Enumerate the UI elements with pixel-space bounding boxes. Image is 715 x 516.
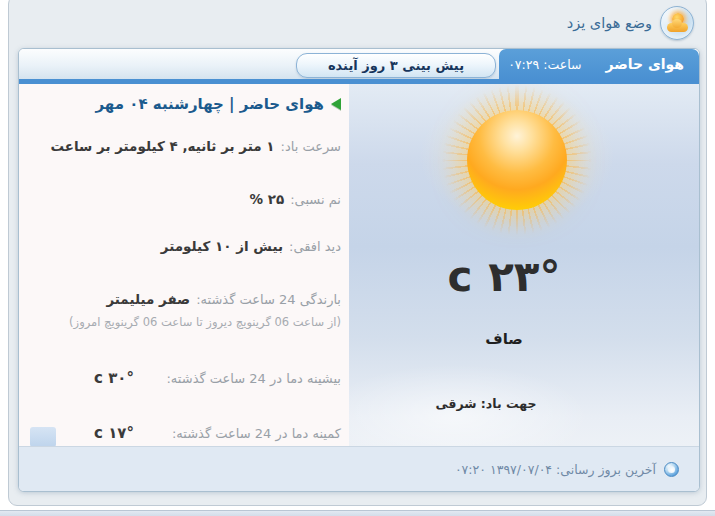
- mini-cloud-icon: [667, 23, 688, 32]
- details-heading: هوای حاضر | چهارشنبه ۰۴ مهر: [96, 95, 324, 113]
- content-area: ۲۳° c صاف جهت باد: شرقی هوای حاضر | چهار…: [19, 84, 699, 446]
- condition-text: صاف: [349, 330, 659, 348]
- detail-label: کمینه دما در 24 ساعت گذشته:: [172, 426, 341, 441]
- page-bottom-strip: [0, 510, 715, 516]
- weather-details-panel: هوای حاضر | چهارشنبه ۰۴ مهر سرعت باد:۱ م…: [19, 84, 349, 446]
- detail-note: (از ساعت 06 گرینویچ دیروز تا ساعت 06 گری…: [19, 315, 341, 331]
- detail-row: کمینه دما در 24 ساعت گذشته:۱۷° c: [19, 424, 341, 444]
- sun-behind-cloud-icon[interactable]: [660, 6, 694, 40]
- last-update-text: آخرین بروز رسانی: ۱۳۹۷/۰۷/۰۴ ۰۷:۲۰: [455, 462, 656, 477]
- panel-footer: آخرین بروز رسانی: ۱۳۹۷/۰۷/۰۴ ۰۷:۲۰: [19, 446, 699, 491]
- page-title: وضع هوای یزد: [567, 15, 652, 31]
- detail-label: بارندگی 24 ساعت گذشته:: [196, 292, 341, 307]
- detail-label: سرعت باد:: [281, 139, 341, 154]
- tab-current-weather[interactable]: هوای حاضر: [605, 56, 684, 72]
- current-conditions-panel: ۲۳° c صاف جهت باد: شرقی: [349, 84, 699, 446]
- tab-active-group: هوای حاضر ساعت: ۰۷:۲۹: [499, 49, 699, 79]
- wind-direction-text: جهت باد: شرقی: [349, 396, 623, 411]
- window-header: وضع هوای یزد: [9, 0, 706, 44]
- green-arrow-icon: [331, 98, 341, 110]
- detail-row: بارندگی 24 ساعت گذشته:صفر میلیمتر: [19, 291, 341, 309]
- detail-row: نم نسبی:۲۵ %: [19, 191, 341, 209]
- clock-icon: [664, 462, 679, 477]
- detail-value: بیش از ۱۰ کیلومتر: [161, 238, 283, 254]
- detail-value: ۲۵ %: [250, 191, 285, 207]
- decorative-chip: [30, 427, 56, 446]
- forecast-button[interactable]: پیش بینی ۳ روز آینده: [296, 53, 496, 78]
- detail-label: بیشینه دما در 24 ساعت گذشته:: [166, 371, 341, 386]
- sun-graphic: [467, 110, 567, 210]
- detail-value: ۳۰° c: [94, 369, 134, 387]
- detail-row: سرعت باد:۱ متر بر ثانیه, ۴ کیلومتر بر سا…: [19, 138, 341, 156]
- detail-label: نم نسبی:: [290, 192, 341, 207]
- detail-value: صفر میلیمتر: [106, 291, 190, 307]
- last-update-value: ۱۳۹۷/۰۷/۰۴ ۰۷:۲۰: [455, 462, 552, 477]
- detail-value: ۱ متر بر ثانیه, ۴ کیلومتر بر ساعت: [50, 138, 274, 154]
- details-heading-row: هوای حاضر | چهارشنبه ۰۴ مهر: [19, 94, 341, 114]
- current-temperature: ۲۳° c: [349, 252, 659, 301]
- detail-row: دید افقی:بیش از ۱۰ کیلومتر: [19, 238, 341, 256]
- weather-details-list: سرعت باد:۱ متر بر ثانیه, ۴ کیلومتر بر سا…: [19, 138, 341, 444]
- weather-panel: هوای حاضر ساعت: ۰۷:۲۹ پیش بینی ۳ روز آین…: [18, 48, 700, 492]
- detail-row: بیشینه دما در 24 ساعت گذشته:۳۰° c: [19, 369, 341, 389]
- last-update-label: آخرین بروز رسانی:: [556, 462, 656, 477]
- detail-value: ۱۷° c: [94, 424, 134, 442]
- tab-time-label: ساعت: ۰۷:۲۹: [508, 57, 581, 72]
- tab-bar: هوای حاضر ساعت: ۰۷:۲۹ پیش بینی ۳ روز آین…: [19, 49, 699, 79]
- detail-label: دید افقی:: [289, 239, 341, 254]
- window-container: وضع هوای یزد هوای حاضر ساعت: ۰۷:۲۹ پیش ب…: [8, 0, 707, 506]
